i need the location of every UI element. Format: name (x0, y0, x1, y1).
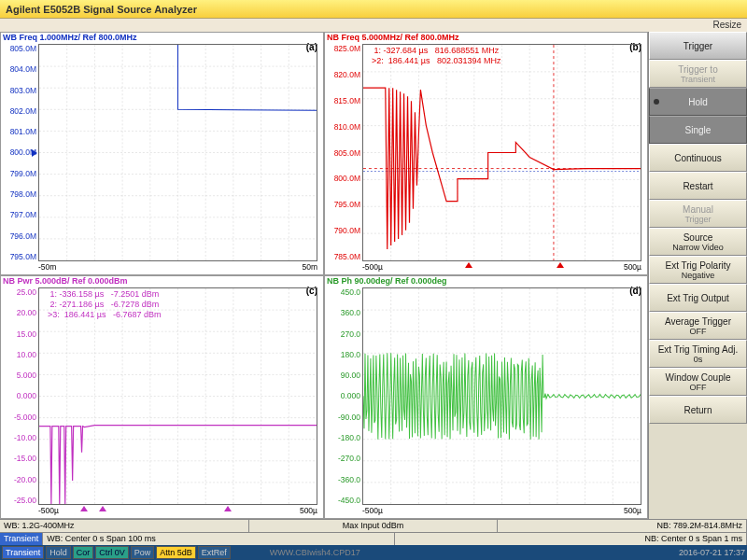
status-max-input: Max Input 0dBm (249, 520, 499, 532)
pane-d-title: NB Ph 90.00deg/ Ref 0.000deg (327, 276, 447, 286)
pane-c-yticks: 25.0020.0015.0010.005.0000.000-5.000-10.… (1, 287, 36, 505)
chip-hold[interactable]: Hold (46, 546, 71, 559)
ext-trig-timing-button[interactable]: Ext Trig Timing Adj.0s (649, 340, 747, 368)
watermark: WWW.CBIwish4.CPD17 (270, 548, 360, 557)
pane-a-title: WB Freq 1.000MHz/ Ref 800.0MHz (3, 33, 137, 42)
status-wb-center: WB: Center 0 s Span 100 ms (43, 533, 395, 545)
continuous-button[interactable]: Continuous (649, 144, 747, 172)
pane-wb-freq[interactable]: WB Freq 1.000MHz/ Ref 800.0MHz (a) 805.0… (0, 32, 324, 275)
pane-d-plot (362, 287, 641, 505)
resize-label[interactable]: Resize (712, 20, 741, 30)
pane-a-plot (38, 44, 317, 261)
ref-marker-icon (32, 149, 37, 157)
chip-pow[interactable]: Pow (131, 546, 155, 559)
pane-b-plot (362, 44, 641, 261)
pane-c-xticks: -500µ500µ (38, 506, 317, 517)
single-button[interactable]: Single (649, 116, 747, 144)
status-bar-1b: Transient WB: Center 0 s Span 100 ms NB:… (0, 532, 747, 545)
ext-trig-polarity-button[interactable]: Ext Trig PolarityNegative (649, 256, 747, 284)
pane-a-xticks: -50m50m (38, 262, 317, 273)
pane-c-title: NB Pwr 5.000dB/ Ref 0.000dBm (3, 276, 128, 286)
pane-d-xticks: -500µ500µ (362, 506, 641, 517)
status-bar-1: WB: 1.2G-400MHz Max Input 0dBm NB: 789.2… (0, 519, 747, 532)
pane-b-xticks: -500µ500µ (362, 262, 641, 273)
resize-row: Resize (0, 19, 747, 32)
app-title: Agilent E5052B Signal Source Analyzer (6, 4, 197, 15)
pane-nb-freq[interactable]: NB Freq 5.000MHz/ Ref 800.0MHz (b) 825.0… (324, 32, 648, 275)
status-transient[interactable]: Transient (0, 533, 43, 545)
manual-trigger-button[interactable]: ManualTrigger (649, 200, 747, 228)
chip-transient[interactable]: Transient (2, 546, 44, 559)
status-bar-2: Transient Hold Cor Ctrl 0V Pow Attn 5dB … (0, 545, 747, 560)
pane-b-title: NB Freq 5.000MHz/ Ref 800.0MHz (327, 33, 459, 42)
status-wb-range: WB: 1.2G-400MHz (0, 520, 249, 532)
trigger-to-transient-button[interactable]: Trigger toTransient (649, 60, 747, 88)
chip-extref[interactable]: ExtRef (198, 546, 231, 559)
restart-button[interactable]: Restart (649, 172, 747, 200)
window-couple-button[interactable]: Window CoupleOFF (649, 368, 747, 396)
pane-b-yticks: 825.0M820.0M815.0M810.0M805.0M800.0M795.… (325, 44, 360, 261)
chip-ctrl0v[interactable]: Ctrl 0V (95, 546, 129, 559)
plot-grid: WB Freq 1.000MHz/ Ref 800.0MHz (a) 805.0… (0, 32, 648, 519)
pane-d-yticks: 450.0360.0270.0180.090.000.000-90.00-180… (325, 287, 360, 505)
pane-b-markers: 1: -327.684 µs 816.688551 MHz >2: 186.44… (372, 46, 501, 66)
trigger-button[interactable]: Trigger (649, 32, 747, 60)
average-trigger-button[interactable]: Average TriggerOFF (649, 312, 747, 340)
return-button[interactable]: Return (649, 396, 747, 424)
radio-dot-icon (654, 99, 659, 105)
datetime: 2016-07-21 17:37 (679, 548, 745, 557)
sidebar: Trigger Trigger toTransient Hold Single … (648, 32, 747, 519)
status-nb-range: NB: 789.2M-814.8MHz (498, 520, 747, 532)
pane-nb-pwr[interactable]: NB Pwr 5.000dB/ Ref 0.000dBm (c) 25.0020… (0, 275, 324, 519)
ext-trig-output-button[interactable]: Ext Trig Output (649, 284, 747, 312)
source-button[interactable]: SourceNarrow Video (649, 228, 747, 256)
chip-attn[interactable]: Attn 5dB (156, 546, 196, 559)
pane-c-markers: 1: -336.158 µs -7.2501 dBm 2: -271.186 µ… (48, 289, 162, 320)
status-nb-center: NB: Center 0 s Span 1 ms (395, 533, 747, 545)
pane-nb-phase[interactable]: NB Ph 90.00deg/ Ref 0.000deg (d) 450.036… (324, 275, 648, 519)
hold-button[interactable]: Hold (649, 88, 747, 116)
title-bar: Agilent E5052B Signal Source Analyzer (0, 0, 747, 19)
chip-cor[interactable]: Cor (73, 546, 94, 559)
